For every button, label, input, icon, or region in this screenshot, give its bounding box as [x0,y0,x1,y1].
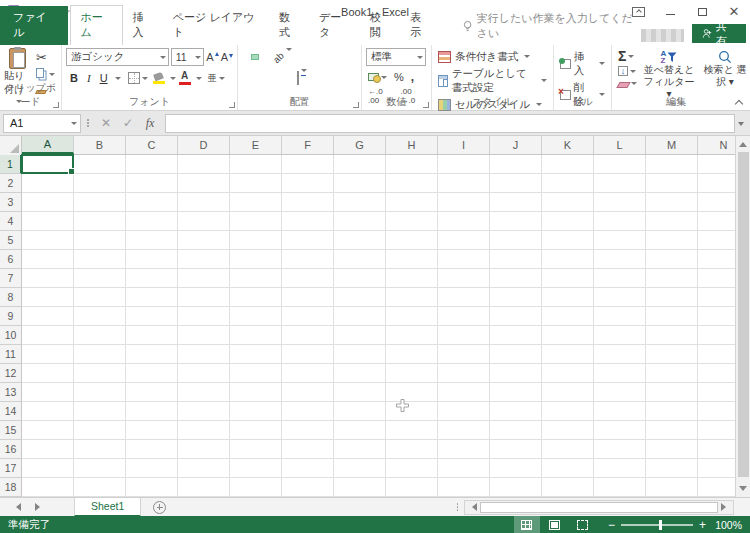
cell-L15[interactable] [594,421,646,440]
cell-L5[interactable] [594,231,646,250]
cell-E6[interactable] [230,250,282,269]
cell-A2[interactable] [22,174,74,193]
font-color-button[interactable]: A [177,70,193,86]
cell-K1[interactable] [542,155,594,174]
underline-dropdown-icon[interactable] [115,77,121,83]
cell-F10[interactable] [282,326,334,345]
cell-I9[interactable] [438,307,490,326]
cell-E15[interactable] [230,421,282,440]
user-account-name[interactable] [641,29,683,42]
cell-C3[interactable] [126,193,178,212]
cell-M15[interactable] [646,421,698,440]
cell-N14[interactable] [698,402,735,421]
cell-G17[interactable] [334,459,386,478]
cell-D9[interactable] [178,307,230,326]
cell-E17[interactable] [230,459,282,478]
column-header-A[interactable]: A [22,136,74,154]
cell-J18[interactable] [490,478,542,497]
cell-L9[interactable] [594,307,646,326]
cell-C1[interactable] [126,155,178,174]
cell-H3[interactable] [386,193,438,212]
cell-E11[interactable] [230,345,282,364]
cell-I18[interactable] [438,478,490,497]
active-cell-selection[interactable] [21,154,74,174]
cell-I2[interactable] [438,174,490,193]
scroll-up-icon[interactable] [736,136,750,151]
cell-I6[interactable] [438,250,490,269]
cell-N10[interactable] [698,326,735,345]
clipboard-dialog-launcher-icon[interactable] [53,102,59,108]
comma-style-button[interactable]: , [409,69,416,85]
cell-A5[interactable] [22,231,74,250]
cell-G14[interactable] [334,402,386,421]
cell-J5[interactable] [490,231,542,250]
zoom-in-button[interactable]: + [699,519,706,531]
cell-B9[interactable] [74,307,126,326]
row-header-6[interactable]: 6 [0,250,22,269]
cell-D4[interactable] [178,212,230,231]
cell-I15[interactable] [438,421,490,440]
cell-B4[interactable] [74,212,126,231]
cell-E4[interactable] [230,212,282,231]
cell-J4[interactable] [490,212,542,231]
cell-D15[interactable] [178,421,230,440]
cell-G6[interactable] [334,250,386,269]
cell-I4[interactable] [438,212,490,231]
cell-D6[interactable] [178,250,230,269]
cell-C6[interactable] [126,250,178,269]
cell-B6[interactable] [74,250,126,269]
cell-F9[interactable] [282,307,334,326]
font-size-combo[interactable]: 11 [171,48,205,66]
scroll-down-icon[interactable] [736,482,750,497]
font-dialog-launcher-icon[interactable] [229,102,235,108]
cell-K18[interactable] [542,478,594,497]
cell-E7[interactable] [230,269,282,288]
cell-M2[interactable] [646,174,698,193]
conditional-formatting-button[interactable]: 条件付き書式 [436,48,549,65]
cell-G4[interactable] [334,212,386,231]
tab-view[interactable]: 表示 [400,6,440,45]
cell-N8[interactable] [698,288,735,307]
row-header-7[interactable]: 7 [0,269,22,288]
cell-H11[interactable] [386,345,438,364]
cell-B10[interactable] [74,326,126,345]
percent-style-button[interactable]: % [392,70,406,84]
cell-A9[interactable] [22,307,74,326]
cell-B14[interactable] [74,402,126,421]
find-select-button[interactable]: 検索と 選択 ▾ [699,48,750,100]
fill-color-dropdown-icon[interactable] [170,77,176,83]
cell-J16[interactable] [490,440,542,459]
row-header-9[interactable]: 9 [0,307,22,326]
cell-J7[interactable] [490,269,542,288]
cell-N4[interactable] [698,212,735,231]
clear-button[interactable] [616,78,639,89]
cancel-button[interactable]: ✕ [95,116,117,130]
tab-review[interactable]: 校閲 [360,6,400,45]
cell-E10[interactable] [230,326,282,345]
cell-N13[interactable] [698,383,735,402]
cell-C7[interactable] [126,269,178,288]
tell-me-box[interactable]: 実行したい作業を入力してください [463,11,642,45]
underline-button[interactable]: U [96,71,112,85]
cell-C15[interactable] [126,421,178,440]
cell-D17[interactable] [178,459,230,478]
cell-N18[interactable] [698,478,735,497]
format-as-table-button[interactable]: テーブルとして書式設定 [436,65,549,96]
cell-L16[interactable] [594,440,646,459]
column-header-E[interactable]: E [230,136,282,154]
phonetic-guide-button[interactable]: 亜 [206,71,227,86]
tab-page-layout[interactable]: ページ レイアウト [163,6,269,45]
row-header-15[interactable]: 15 [0,421,22,440]
cell-N15[interactable] [698,421,735,440]
cell-E12[interactable] [230,364,282,383]
cell-C11[interactable] [126,345,178,364]
cell-A14[interactable] [22,402,74,421]
cell-M16[interactable] [646,440,698,459]
cell-M13[interactable] [646,383,698,402]
column-header-N[interactable]: N [698,136,735,154]
cell-M11[interactable] [646,345,698,364]
cell-M1[interactable] [646,155,698,174]
cell-I8[interactable] [438,288,490,307]
cell-M6[interactable] [646,250,698,269]
cell-E2[interactable] [230,174,282,193]
